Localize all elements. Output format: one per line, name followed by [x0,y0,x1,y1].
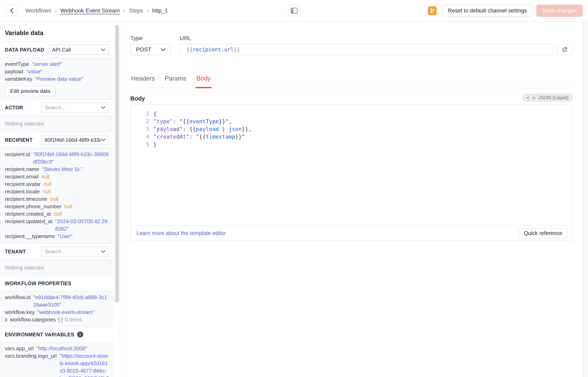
variable-data-sidebar: Variable data DATA PAYLOAD API Call even… [0,22,120,377]
variable-key: recipient.avatar [5,180,41,188]
tab-body[interactable]: Body [196,75,212,88]
code-token: } [153,141,156,147]
http-step-editor: Type POST URL {{recipient.url}} [120,22,588,377]
code-line: 3"payload": {{payload | json}}, [131,125,572,133]
code-text: } [153,141,156,148]
recipient-selected-value: 80f1f4bf-166d-48f9-b33c [45,137,101,143]
variable-key: payload [5,68,23,75]
breadcrumb-item-workflows[interactable]: Workflows [25,7,51,14]
variable-row: recipient.avatarnull [5,180,109,188]
workflow-categories-row[interactable]: workflow.categories [ ] 0 items [5,316,109,323]
panel-toggle-icon [291,8,297,14]
recipient-fields-section: recipient.id"80f1f4bf-166d-48f9-b33c-390… [0,148,114,243]
variable-row: recipient.name"Steven Metz Sr." [5,165,109,173]
recipient-label: RECIPIENT [5,137,37,143]
workflow-properties-heading: WORKFLOW PROPERTIES [0,276,114,291]
tab-params[interactable]: Params [164,75,187,88]
data-payload-select[interactable]: API Call [48,45,109,55]
variable-row: vars.branding.logo_url"https://account-a… [5,352,109,377]
code-token: json [229,126,242,132]
http-method-value: POST [136,46,151,53]
info-icon[interactable]: i [77,331,83,338]
variable-key: eventType [5,60,29,68]
variable-row: recipient.emailnull [5,173,109,180]
tenant-search-placeholder: Search... [45,248,101,255]
line-number: 5 [131,141,149,148]
tenant-search-select[interactable]: Search... [41,247,109,257]
breadcrumb-item-webhook-event-stream[interactable]: Webhook Event Stream [60,7,120,14]
chevron-down-icon [101,250,106,253]
code-text: "payload": {{payload | json}}, [153,125,252,133]
chevron-down-icon [101,48,106,51]
code-token: , [248,126,251,132]
editor-footer: Learn more about the template editor Qui… [131,225,572,240]
variable-key: recipient.timezone [5,195,47,203]
variable-key: vars.branding.logo_url [5,352,57,360]
type-label: Type [130,35,171,41]
chevron-down-icon [101,106,106,109]
variable-value: null [64,203,109,210]
url-token: recipient [193,47,221,53]
variable-row: workflow.key"webhook-event-stream" [5,308,109,316]
workflow-properties-heading-text: WORKFLOW PROPERTIES [5,281,71,286]
variable-row: recipient.id"80f1f4bf-166d-48f9-b33c-390… [5,151,109,165]
http-method-select[interactable]: POST [130,44,171,55]
code-token: "createdAt" [153,133,189,140]
data-payload-selected-value: API Call [52,47,101,53]
code-token: eventType [189,118,219,124]
variable-row: eventType"server:alert" [5,60,109,68]
code-line: 4"createdAt": "{{timestamp}}" [131,133,572,141]
page-scrollbar-gutter [583,22,588,377]
chevron-down-icon [101,139,106,141]
environment-variables-heading: ENVIRONMENT VARIABLES i [0,327,114,342]
variable-value: "http://localhost:3000" [36,345,109,352]
quick-reference-button[interactable]: Quick reference [518,228,568,238]
tab-headers[interactable]: Headers [130,75,155,88]
code-token: { [153,111,156,117]
code-token: timestamp [206,133,235,140]
variable-value: null [54,210,109,218]
save-changes-button[interactable]: Save changes [536,5,583,17]
variable-key: recipient.email [5,173,39,180]
request-tabs: HeadersParamsBody [130,75,573,88]
reset-channel-settings-button[interactable]: Reset to default channel settings [442,5,533,17]
open-url-button[interactable] [557,44,573,55]
actor-search-select[interactable]: Search... [41,103,109,113]
url-token: {{ [186,47,193,53]
recipient-select[interactable]: 80f1f4bf-166d-48f9-b33c [41,135,109,145]
tenant-label: TENANT [5,249,37,255]
url-input[interactable]: {{recipient.url}} [180,44,553,55]
workflow-categories-bracket: [ ] [58,316,63,323]
edit-preview-data-button[interactable]: Edit preview data [5,86,55,96]
editor-language-text: JSON (Liquid) [538,95,569,101]
variable-key: workflow.key [5,308,35,316]
variable-key: variableKey [5,75,32,83]
variable-row: recipient.timezonenull [5,195,109,203]
variable-row: payload"value" [5,68,109,75]
variable-key: recipient.updated_at [5,218,52,225]
breadcrumb-item-steps[interactable]: Steps [129,7,143,14]
variable-row: recipient.updated_at"2024-03-05T00:42:29… [5,218,109,233]
breadcrumb: Workflows›Webhook Event Stream›Steps›htt… [25,7,168,14]
chevron-down-icon [161,48,166,51]
chevron-left-icon [9,8,14,14]
line-number: 4 [131,133,149,141]
variable-key: recipient.id [5,151,30,158]
code-token: }} [219,118,225,124]
variable-value: null [44,180,109,188]
variable-value: "e91ddae4-7f99-45cb-a688-3c129aae3105" [33,294,109,308]
url-label: URL [180,35,573,41]
back-button[interactable] [6,5,18,16]
actor-empty-state: Nothing selected [0,115,114,132]
sidebar-scrollbar-thumb[interactable] [115,25,119,303]
external-link-icon [562,47,568,53]
code-token: : " [173,118,183,124]
url-token: }} [234,47,240,53]
code-editor[interactable]: 1{2"type": "{{eventType}}",3"payload": {… [131,105,572,225]
environment-variables-heading-text: ENVIRONMENT VARIABLES [5,332,74,338]
toggle-variable-panel-button[interactable] [288,5,300,16]
variable-key: recipient.created_at [5,210,51,218]
template-editor-docs-link[interactable]: Learn more about the template editor [136,230,226,236]
variable-value: "2024-03-05T00:42:29.839Z" [55,218,109,233]
commit-version-button[interactable] [426,5,439,16]
